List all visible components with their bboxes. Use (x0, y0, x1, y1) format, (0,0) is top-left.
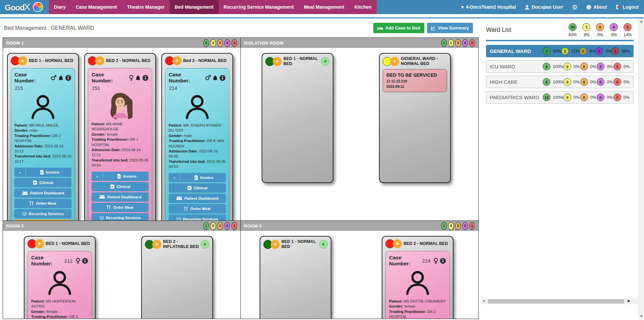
case-number-row: Case Number:224♀ (389, 255, 446, 267)
nav-item-diary[interactable]: Diary (49, 0, 71, 14)
collapse-caret-icon[interactable]: ▴ (92, 172, 103, 181)
detail-value: female (46, 310, 57, 314)
recurring-services-button[interactable]: Recurring Services (14, 209, 71, 218)
view-summary-button[interactable]: View Summary (427, 23, 473, 33)
status-percent: 33% (553, 49, 561, 54)
ward-status-group: 8100% (543, 63, 564, 70)
nav-item-meal-management[interactable]: Meal Management (299, 0, 350, 14)
male-gender-icon: ♂ (205, 74, 211, 81)
case-number-label: Case Number: (92, 72, 126, 84)
scroll-down-arrow-icon[interactable]: ▼ (640, 315, 643, 318)
bed-plus-icon[interactable]: + (273, 57, 282, 66)
order-meal-button[interactable]: Order Meal (14, 199, 71, 208)
invoice-button[interactable]: ▴Invoice (169, 173, 226, 182)
info-icon[interactable] (219, 75, 226, 81)
collapse-caret-icon[interactable]: ▴ (169, 173, 180, 182)
bed-title: Bed 3 - NORMAL BED (183, 58, 227, 63)
ward-row-paediatrics-ward[interactable]: PAEDIATRICS WARD13100%00%00%00%00% (486, 91, 634, 104)
user-name: Docspan User (532, 4, 563, 10)
nav-item-theatre-manager[interactable]: Theatre Manager (122, 0, 170, 14)
recurring-services-icon (22, 211, 27, 216)
status-count-badge: 1 (203, 222, 209, 230)
bed-plus-icon[interactable]: + (18, 56, 27, 65)
bed-card-header: +BED 1 - NORMAL BED (11, 56, 75, 65)
ward-row-general-ward[interactable]: GENERAL WARD333%111%00%00%556% (486, 45, 634, 57)
add-case-button[interactable]: + (201, 240, 209, 249)
ward-row-icu-ward[interactable]: ICU WARD8100%00%00%00%00% (486, 60, 634, 73)
nav-item-kitchen[interactable]: Kitchen (350, 0, 377, 14)
horizontal-scrollbar[interactable]: ◀ ▶ (481, 299, 638, 304)
bed-plus-icon[interactable]: + (271, 240, 280, 249)
bell-icon[interactable] (212, 75, 218, 81)
info-icon[interactable] (440, 258, 446, 264)
clinical-button[interactable]: Clinical (169, 183, 226, 193)
status-percent: 0% (589, 49, 595, 54)
bed-card-header: +GENERAL WARD - NORMAL BED (383, 56, 447, 66)
bed-plus-icon[interactable]: + (95, 56, 104, 65)
bed-plus-icon[interactable]: + (152, 240, 161, 249)
collapse-caret-icon[interactable]: ▴ (14, 168, 26, 177)
patient-dashboard-button[interactable]: Patient Dashboard (92, 192, 149, 202)
clinical-icon (187, 186, 192, 190)
detail-practitioner: Treating Practitioner: DR K VAN BUUREN (169, 138, 226, 149)
info-icon[interactable] (82, 258, 88, 264)
discharge-button[interactable]: Discharge (14, 219, 71, 220)
bed-plus-icon[interactable]: + (390, 57, 399, 66)
bed-plus-icon[interactable]: + (35, 239, 44, 248)
bed-card-header: +BED 1 - NORMAL BED (28, 239, 92, 248)
status-count-badge: 8 (543, 63, 550, 70)
user-menu[interactable]: Docspan User (525, 4, 563, 10)
horizontal-scrollbar-thumb[interactable] (488, 299, 624, 304)
patient-dashboard-button[interactable]: Patient Dashboard (169, 194, 226, 203)
ward-row-high-care[interactable]: HIGH CARE6100%00%00%00%00% (486, 76, 634, 88)
status-percent: 3% (584, 33, 589, 37)
patient-dashboard-icon (22, 191, 28, 195)
clinical-button[interactable]: Clinical (92, 182, 149, 191)
detail-label: Patient: (14, 123, 28, 127)
button-label: Order Meal (113, 205, 133, 209)
ward-rows: GENERAL WARD333%111%00%00%556%ICU WARD81… (486, 45, 634, 104)
add-case-to-bed-button[interactable]: Add Case to Bed (373, 23, 424, 33)
bell-icon[interactable] (58, 75, 64, 81)
bed-service-note: BED TO BE SERVICED11:11:22.2192023-09-11 (383, 69, 447, 92)
add-case-button[interactable]: + (319, 240, 328, 249)
detail-label: Admission Date: (92, 148, 121, 152)
clinical-button[interactable]: Clinical (14, 178, 71, 187)
scroll-up-arrow-icon[interactable]: ▲ (640, 19, 643, 23)
page-header: Bed Management : GENERAL WARD Add Case t… (0, 18, 481, 38)
bed-plus-icon[interactable]: + (393, 239, 402, 248)
recurring-services-button[interactable]: Recurring Services (169, 214, 226, 220)
nav-item-recurring-service-management[interactable]: Recurring Service Management (219, 0, 299, 14)
bed-plus-icon[interactable]: + (172, 56, 181, 65)
case-number-label: Case Number: (389, 255, 421, 267)
recurring-services-button[interactable]: Recurring Services (92, 213, 149, 220)
room-body: +BED 1 - NORMAL BEDCase Number:212♀Patie… (3, 231, 240, 319)
bed-card-bed-1-normal-bed: +BED 1 - NORMAL BED+ (260, 236, 331, 319)
scroll-right-arrow-icon[interactable]: ▶ (628, 299, 631, 303)
vertical-scrollbar[interactable]: ▲ ▼ (638, 18, 644, 319)
status-percent: 100% (553, 95, 564, 100)
info-icon[interactable] (142, 75, 149, 81)
info-icon[interactable] (65, 75, 71, 81)
goodx-logo: GoodX (0, 0, 47, 14)
detail-label: Transferred into bed: (169, 159, 206, 164)
case-number-label: Case Number: (31, 255, 63, 267)
logout-button[interactable]: Logout (616, 4, 639, 10)
button-label: Patient Dashboard (30, 191, 64, 195)
invoice-button[interactable]: ▴Invoice (14, 168, 71, 177)
order-meal-button[interactable]: Order Meal (92, 203, 149, 212)
room-header: ROOM 210001 (3, 221, 240, 231)
add-case-button[interactable]: + (321, 57, 330, 66)
patient-dashboard-button[interactable]: Patient Dashboard (14, 188, 71, 198)
settings-button[interactable]: ⚙ (572, 3, 578, 11)
hospital-selector[interactable]: ▼4-DocsTeam2 Hospital (461, 4, 516, 10)
bell-icon[interactable] (135, 75, 141, 81)
nav-item-case-management[interactable]: Case Management (71, 0, 122, 14)
scroll-left-arrow-icon[interactable]: ◀ (482, 299, 485, 303)
status-percent: 0% (574, 64, 580, 69)
invoice-button[interactable]: ▴Invoice (92, 172, 149, 181)
status-count-badge: 13 (543, 93, 550, 101)
about-button[interactable]: About (586, 4, 607, 10)
nav-item-bed-management[interactable]: Bed Management (170, 0, 219, 14)
order-meal-button[interactable]: Order Meal (169, 204, 226, 213)
